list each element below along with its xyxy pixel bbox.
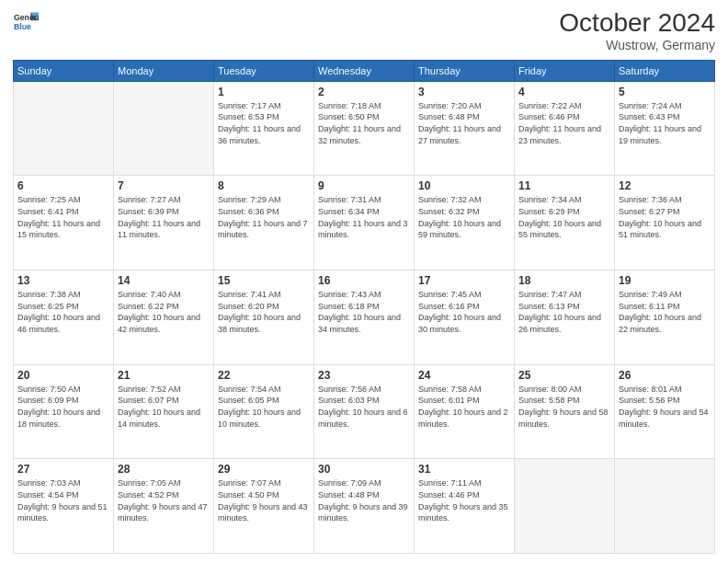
day-cell: 25Sunrise: 8:00 AMSunset: 5:58 PMDayligh… (515, 364, 615, 459)
day-number: 16 (318, 274, 410, 287)
day-number: 25 (518, 369, 610, 382)
day-number: 11 (518, 179, 610, 192)
day-cell: 5Sunrise: 7:24 AMSunset: 6:43 PMDaylight… (615, 81, 715, 176)
day-detail: Sunrise: 7:38 AMSunset: 6:25 PMDaylight:… (17, 289, 109, 335)
day-cell: 20Sunrise: 7:50 AMSunset: 6:09 PMDayligh… (14, 364, 114, 459)
logo-icon: General Blue (13, 9, 39, 35)
day-cell: 31Sunrise: 7:11 AMSunset: 4:46 PMDayligh… (415, 459, 515, 554)
day-detail: Sunrise: 7:31 AMSunset: 6:34 PMDaylight:… (318, 194, 410, 240)
day-detail: Sunrise: 7:20 AMSunset: 6:48 PMDaylight:… (418, 100, 510, 146)
day-cell: 10Sunrise: 7:32 AMSunset: 6:32 PMDayligh… (415, 176, 515, 270)
day-detail: Sunrise: 7:43 AMSunset: 6:18 PMDaylight:… (318, 289, 410, 335)
week-row-2: 6Sunrise: 7:25 AMSunset: 6:41 PMDaylight… (14, 176, 715, 270)
day-cell: 2Sunrise: 7:18 AMSunset: 6:50 PMDaylight… (314, 81, 415, 176)
weekday-header-tuesday: Tuesday (214, 60, 314, 81)
weekday-header-monday: Monday (114, 60, 214, 81)
day-number: 4 (518, 86, 610, 98)
week-row-4: 20Sunrise: 7:50 AMSunset: 6:09 PMDayligh… (14, 364, 715, 459)
day-cell: 22Sunrise: 7:54 AMSunset: 6:05 PMDayligh… (214, 364, 314, 459)
day-number: 21 (118, 369, 210, 382)
day-detail: Sunrise: 7:58 AMSunset: 6:01 PMDaylight:… (418, 384, 510, 430)
day-number: 17 (418, 274, 510, 287)
day-number: 10 (418, 179, 510, 192)
day-number: 5 (619, 86, 711, 98)
day-cell: 23Sunrise: 7:56 AMSunset: 6:03 PMDayligh… (314, 364, 415, 459)
page: General Blue October 2024 Wustrow, Germa… (0, 0, 728, 563)
day-number: 15 (218, 274, 310, 287)
day-detail: Sunrise: 7:49 AMSunset: 6:11 PMDaylight:… (619, 289, 711, 335)
weekday-header-wednesday: Wednesday (314, 60, 415, 81)
weekday-header-friday: Friday (515, 60, 615, 81)
day-cell: 16Sunrise: 7:43 AMSunset: 6:18 PMDayligh… (314, 270, 415, 365)
day-cell: 6Sunrise: 7:25 AMSunset: 6:41 PMDaylight… (14, 176, 114, 270)
day-cell: 15Sunrise: 7:41 AMSunset: 6:20 PMDayligh… (214, 270, 314, 365)
week-row-3: 13Sunrise: 7:38 AMSunset: 6:25 PMDayligh… (14, 270, 715, 365)
calendar-table: SundayMondayTuesdayWednesdayThursdayFrid… (13, 60, 715, 554)
day-detail: Sunrise: 8:00 AMSunset: 5:58 PMDaylight:… (518, 384, 610, 430)
day-cell: 3Sunrise: 7:20 AMSunset: 6:48 PMDaylight… (415, 81, 515, 176)
day-detail: Sunrise: 7:27 AMSunset: 6:39 PMDaylight:… (118, 194, 210, 240)
day-detail: Sunrise: 8:01 AMSunset: 5:56 PMDaylight:… (619, 384, 711, 430)
day-number: 20 (17, 369, 109, 382)
weekday-header-sunday: Sunday (14, 60, 114, 81)
day-detail: Sunrise: 7:24 AMSunset: 6:43 PMDaylight:… (619, 100, 711, 146)
day-cell: 29Sunrise: 7:07 AMSunset: 4:50 PMDayligh… (214, 459, 314, 554)
day-cell (615, 459, 715, 554)
day-cell: 28Sunrise: 7:05 AMSunset: 4:52 PMDayligh… (114, 459, 214, 554)
logo: General Blue (13, 9, 39, 35)
day-number: 8 (218, 179, 310, 192)
day-detail: Sunrise: 7:18 AMSunset: 6:50 PMDaylight:… (318, 100, 410, 146)
day-cell: 19Sunrise: 7:49 AMSunset: 6:11 PMDayligh… (615, 270, 715, 365)
day-number: 30 (318, 463, 410, 476)
day-number: 23 (318, 369, 410, 382)
day-detail: Sunrise: 7:45 AMSunset: 6:16 PMDaylight:… (418, 289, 510, 335)
day-detail: Sunrise: 7:56 AMSunset: 6:03 PMDaylight:… (318, 384, 410, 430)
day-number: 2 (318, 86, 410, 98)
day-number: 19 (619, 274, 711, 287)
day-cell: 12Sunrise: 7:36 AMSunset: 6:27 PMDayligh… (615, 176, 715, 270)
day-cell: 4Sunrise: 7:22 AMSunset: 6:46 PMDaylight… (515, 81, 615, 176)
day-number: 24 (418, 369, 510, 382)
day-detail: Sunrise: 7:32 AMSunset: 6:32 PMDaylight:… (418, 194, 510, 240)
day-detail: Sunrise: 7:29 AMSunset: 6:36 PMDaylight:… (218, 194, 310, 240)
week-row-5: 27Sunrise: 7:03 AMSunset: 4:54 PMDayligh… (14, 459, 715, 554)
day-detail: Sunrise: 7:07 AMSunset: 4:50 PMDaylight:… (218, 477, 310, 523)
week-row-1: 1Sunrise: 7:17 AMSunset: 6:53 PMDaylight… (14, 81, 715, 176)
weekday-header-row: SundayMondayTuesdayWednesdayThursdayFrid… (14, 60, 715, 81)
day-number: 7 (118, 179, 210, 192)
day-number: 22 (218, 369, 310, 382)
day-cell: 9Sunrise: 7:31 AMSunset: 6:34 PMDaylight… (314, 176, 415, 270)
day-number: 27 (17, 463, 109, 476)
location: Wustrow, Germany (559, 38, 715, 52)
title-block: October 2024 Wustrow, Germany (559, 9, 715, 52)
day-detail: Sunrise: 7:05 AMSunset: 4:52 PMDaylight:… (118, 477, 210, 523)
day-number: 6 (17, 179, 109, 192)
day-cell: 14Sunrise: 7:40 AMSunset: 6:22 PMDayligh… (114, 270, 214, 365)
day-number: 14 (118, 274, 210, 287)
day-cell: 8Sunrise: 7:29 AMSunset: 6:36 PMDaylight… (214, 176, 314, 270)
weekday-header-saturday: Saturday (615, 60, 715, 81)
day-cell (14, 81, 114, 176)
day-number: 12 (619, 179, 711, 192)
day-cell: 26Sunrise: 8:01 AMSunset: 5:56 PMDayligh… (615, 364, 715, 459)
day-detail: Sunrise: 7:36 AMSunset: 6:27 PMDaylight:… (619, 194, 711, 240)
day-cell: 13Sunrise: 7:38 AMSunset: 6:25 PMDayligh… (14, 270, 114, 365)
day-detail: Sunrise: 7:17 AMSunset: 6:53 PMDaylight:… (218, 100, 310, 146)
day-detail: Sunrise: 7:41 AMSunset: 6:20 PMDaylight:… (218, 289, 310, 335)
day-detail: Sunrise: 7:47 AMSunset: 6:13 PMDaylight:… (518, 289, 610, 335)
day-detail: Sunrise: 7:52 AMSunset: 6:07 PMDaylight:… (118, 384, 210, 430)
day-detail: Sunrise: 7:22 AMSunset: 6:46 PMDaylight:… (518, 100, 610, 146)
day-cell: 24Sunrise: 7:58 AMSunset: 6:01 PMDayligh… (415, 364, 515, 459)
day-cell: 1Sunrise: 7:17 AMSunset: 6:53 PMDaylight… (214, 81, 314, 176)
day-detail: Sunrise: 7:50 AMSunset: 6:09 PMDaylight:… (17, 384, 109, 430)
svg-text:General: General (14, 13, 39, 22)
day-number: 26 (619, 369, 711, 382)
day-cell: 18Sunrise: 7:47 AMSunset: 6:13 PMDayligh… (515, 270, 615, 365)
day-number: 31 (418, 463, 510, 476)
svg-text:Blue: Blue (14, 22, 31, 31)
day-detail: Sunrise: 7:25 AMSunset: 6:41 PMDaylight:… (17, 194, 109, 240)
day-cell: 27Sunrise: 7:03 AMSunset: 4:54 PMDayligh… (14, 459, 114, 554)
day-detail: Sunrise: 7:09 AMSunset: 4:48 PMDaylight:… (318, 477, 410, 523)
day-cell (114, 81, 214, 176)
day-cell: 17Sunrise: 7:45 AMSunset: 6:16 PMDayligh… (415, 270, 515, 365)
